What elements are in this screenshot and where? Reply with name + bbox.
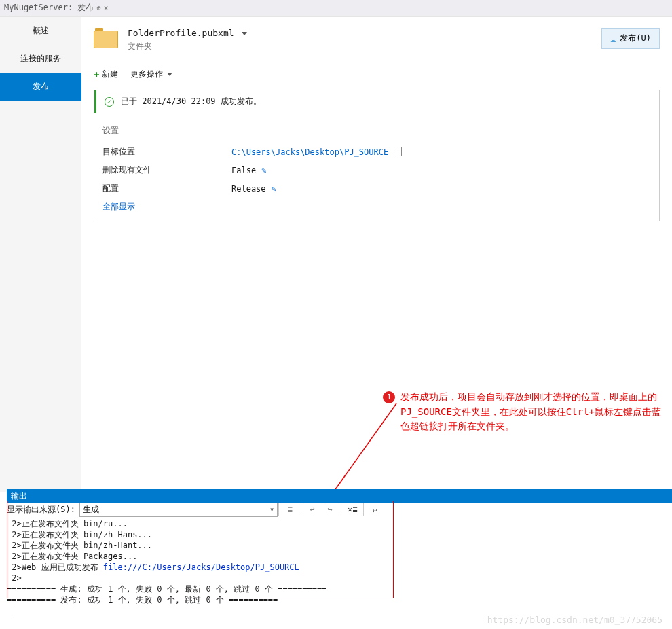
new-profile-button[interactable]: + 新建 <box>94 69 118 80</box>
pencil-edit-icon[interactable]: ✎ <box>272 184 276 194</box>
setting-row-delete-existing: 删除现有文件 False ✎ <box>102 164 651 176</box>
find-message-icon[interactable]: ≣ <box>283 503 297 516</box>
word-wrap-icon[interactable]: ↵ <box>368 503 381 516</box>
pencil-edit-icon[interactable]: ✎ <box>261 166 266 175</box>
sidebar-item-overview[interactable]: 概述 <box>0 17 81 45</box>
success-check-icon: ✓ <box>105 97 114 107</box>
status-panel: ✓ 已于 2021/4/30 22:09 成功发布。 设置 目标位置 C:\Us… <box>94 90 660 221</box>
separator <box>301 503 301 516</box>
plus-icon: + <box>94 69 99 80</box>
next-message-icon[interactable]: ↪ <box>323 503 337 516</box>
chevron-down-icon[interactable]: ▾ <box>269 505 274 514</box>
folder-icon <box>94 28 118 48</box>
separator <box>278 503 279 516</box>
status-text: 已于 2021/4/30 22:09 成功发布。 <box>121 96 261 107</box>
setting-label: 删除现有文件 <box>102 164 231 176</box>
output-source-select[interactable] <box>79 503 278 517</box>
separator <box>341 503 341 516</box>
setting-row-target: 目标位置 C:\Users\Jacks\Desktop\PJ_SOURCE <box>102 146 651 158</box>
profile-dropdown[interactable]: FolderProfile.pubxml <box>128 28 247 38</box>
publish-button[interactable]: ☁ 发布(U) <box>601 28 660 49</box>
profile-toolbar: + 新建 更多操作 <box>94 69 660 80</box>
cloud-upload-icon: ☁ <box>610 33 616 44</box>
target-path-link[interactable]: C:\Users\Jacks\Desktop\PJ_SOURCE <box>231 147 388 157</box>
output-publish-link[interactable]: file:///C:/Users/Jacks/Desktop/PJ_SOURCE <box>103 562 299 572</box>
chevron-down-icon <box>167 73 172 76</box>
prev-message-icon[interactable]: ↩ <box>305 503 319 516</box>
text-cursor <box>12 607 12 615</box>
sidebar: 概述 连接的服务 发布 <box>0 17 81 492</box>
more-label: 更多操作 <box>130 69 163 80</box>
profile-header: FolderProfile.pubxml 文件夹 ☁ 发布(U) <box>94 28 660 52</box>
pin-icon[interactable]: ⊕ <box>96 4 100 12</box>
document-tab[interactable]: MyNugetServer: 发布 ⊕ × <box>0 0 113 16</box>
annotation-callout: 1 发布成功后，项目会自动存放到刚才选择的位置，即桌面上的PJ_SOURCE文件… <box>400 390 665 434</box>
setting-row-configuration: 配置 Release ✎ <box>102 183 651 194</box>
clear-all-icon[interactable]: ✕≣ <box>346 503 359 516</box>
setting-label: 目标位置 <box>102 146 231 158</box>
annotation-text: 发布成功后，项目会自动存放到刚才选择的位置，即桌面上的PJ_SOURCE文件夹里… <box>400 391 661 431</box>
settings-section: 设置 目标位置 C:\Users\Jacks\Desktop\PJ_SOURCE… <box>94 125 659 221</box>
setting-label: 配置 <box>102 183 231 194</box>
profile-text: FolderProfile.pubxml 文件夹 <box>128 28 247 52</box>
chevron-down-icon <box>242 32 247 35</box>
sidebar-item-connected-services[interactable]: 连接的服务 <box>0 45 81 73</box>
new-label: 新建 <box>102 69 118 80</box>
copy-icon[interactable] <box>394 148 400 156</box>
show-all-link[interactable]: 全部显示 <box>102 201 651 213</box>
close-icon[interactable]: × <box>103 3 108 13</box>
watermark-text: https://blog.csdn.net/m0_37752065 <box>487 615 662 625</box>
setting-value: Release <box>231 184 266 194</box>
separator <box>363 503 364 516</box>
output-source-label: 显示输出来源(S): <box>7 504 75 516</box>
settings-title: 设置 <box>102 125 651 137</box>
output-text-area[interactable]: 2>止在发布文件夹 bin/ru... 2>正在发布文件夹 bin/zh-Han… <box>7 518 665 616</box>
output-toolbar: 显示输出来源(S): ▾ ≣ ↩ ↪ ✕≣ ↵ <box>7 501 665 518</box>
setting-value: False <box>231 166 256 175</box>
output-lines-post: 2> ========== 生成: 成功 1 个, 失败 0 个, 最新 0 个… <box>7 573 326 605</box>
annotation-badge: 1 <box>383 391 395 403</box>
profile-type: 文件夹 <box>128 41 247 52</box>
profile-name: FolderProfile.pubxml <box>128 28 234 38</box>
document-tab-strip: MyNugetServer: 发布 ⊕ × <box>0 0 672 16</box>
sidebar-item-publish[interactable]: 发布 <box>0 73 81 101</box>
publish-button-label: 发布(U) <box>620 33 651 44</box>
document-tab-title: MyNugetServer: 发布 <box>4 2 94 14</box>
status-row: ✓ 已于 2021/4/30 22:09 成功发布。 <box>94 90 659 113</box>
more-actions-button[interactable]: 更多操作 <box>130 69 172 80</box>
